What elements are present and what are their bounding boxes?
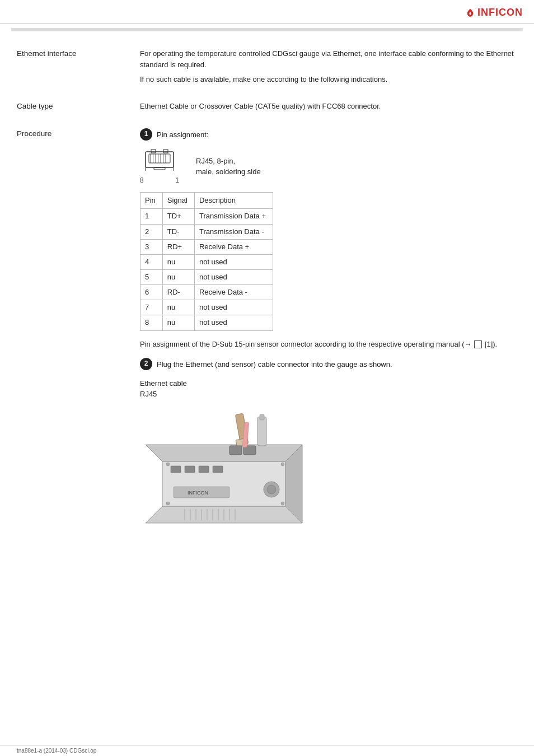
pin-table-header-row: Pin Signal Description — [140, 193, 273, 209]
ethernet-interface-content: For operating the temperature controlled… — [140, 48, 517, 85]
procedure-label: Procedure — [17, 128, 140, 138]
svg-text:INFICON: INFICON — [188, 490, 208, 496]
table-cell: nu — [162, 300, 194, 315]
page-footer: tna88e1-a (2014-03) CDGsci.op — [0, 745, 534, 756]
cable-type-section: Cable type Ethernet Cable or Crossover C… — [17, 101, 517, 112]
pin-note-end: [1]). — [483, 340, 497, 348]
rj45-diagram — [140, 147, 179, 174]
svg-rect-25 — [213, 466, 223, 473]
ethernet-text-1: For operating the temperature controlled… — [140, 48, 517, 71]
svg-point-27 — [281, 463, 284, 466]
svg-point-26 — [166, 463, 170, 466]
gauge-illustration: INFICON — [140, 405, 319, 551]
svg-rect-9 — [151, 150, 156, 153]
table-cell: not used — [194, 270, 273, 285]
cable-label-line1: Ethernet cable — [140, 378, 517, 389]
svg-point-28 — [166, 502, 170, 505]
table-row: 4nunot used — [140, 254, 273, 269]
svg-point-29 — [281, 502, 284, 505]
footer-text: tna88e1-a (2014-03) CDGsci.op — [17, 748, 96, 754]
table-cell: nu — [162, 315, 194, 330]
table-row: 8nunot used — [140, 315, 273, 330]
main-content: Ethernet interface For operating the tem… — [0, 31, 534, 587]
table-cell: 4 — [140, 254, 163, 269]
svg-rect-42 — [229, 446, 242, 455]
table-cell: nu — [162, 270, 194, 285]
table-cell: Receive Data + — [194, 239, 273, 254]
ref-box — [474, 340, 482, 348]
pin-note-text: Pin assignment of the D-Sub 15-pin senso… — [140, 340, 474, 348]
procedure-content: 1 Pin assignment: — [140, 128, 517, 554]
connector-desc-line2: male, soldering side — [196, 166, 261, 178]
table-cell: not used — [194, 254, 273, 269]
step-1-text: Pin assignment: — [157, 128, 209, 141]
cable-label-line2: RJ45 — [140, 389, 517, 400]
table-row: 1TD+Transmission Data + — [140, 209, 273, 224]
description-col-header: Description — [194, 193, 273, 209]
ethernet-text-2: If no such cable is available, make one … — [140, 74, 517, 85]
cable-label: Ethernet cable RJ45 — [140, 378, 517, 400]
table-cell: not used — [194, 300, 273, 315]
pin-note: Pin assignment of the D-Sub 15-pin senso… — [140, 339, 517, 350]
page-header: INFICON — [0, 0, 534, 24]
signal-col-header: Signal — [162, 193, 194, 209]
table-cell: not used — [194, 315, 273, 330]
cable-type-label: Cable type — [17, 101, 140, 110]
logo-text: INFICON — [477, 7, 523, 18]
table-row: 7nunot used — [140, 300, 273, 315]
connector-label-1: 1 — [175, 175, 179, 186]
ethernet-interface-label: Ethernet interface — [17, 48, 140, 58]
table-cell: 1 — [140, 209, 163, 224]
connector-svg: 8 1 — [140, 147, 179, 186]
table-cell: 2 — [140, 224, 163, 239]
table-row: 6RD-Receive Data - — [140, 285, 273, 300]
table-row: 5nunot used — [140, 270, 273, 285]
svg-rect-45 — [257, 417, 266, 446]
cable-type-text: Ethernet Cable or Crossover Cable (CAT5e… — [140, 101, 517, 112]
step-1-row: 1 Pin assignment: — [140, 128, 517, 141]
table-cell: TD+ — [162, 209, 194, 224]
table-cell: 3 — [140, 239, 163, 254]
step-2-row: 2 Plug the Ethernet (and sensor) cable c… — [140, 358, 517, 370]
table-cell: Transmission Data - — [194, 224, 273, 239]
table-cell: TD- — [162, 224, 194, 239]
table-cell: Receive Data - — [194, 285, 273, 300]
svg-rect-1 — [149, 154, 170, 163]
table-cell: RD+ — [162, 239, 194, 254]
table-cell: 6 — [140, 285, 163, 300]
svg-rect-10 — [163, 150, 168, 153]
table-row: 2TD-Transmission Data - — [140, 224, 273, 239]
connector-diagram: 8 1 RJ45, 8-pin, male, soldering side — [140, 147, 517, 186]
step-2-circle: 2 — [140, 358, 152, 370]
svg-rect-24 — [199, 466, 209, 473]
step-2-text: Plug the Ethernet (and sensor) cable con… — [157, 358, 392, 370]
pin-table-body: 1TD+Transmission Data +2TD-Transmission … — [140, 209, 273, 330]
svg-point-21 — [267, 485, 276, 494]
connector-label-row: 8 1 — [140, 175, 179, 186]
pin-table: Pin Signal Description 1TD+Transmission … — [140, 192, 273, 330]
table-cell: RD- — [162, 285, 194, 300]
table-cell: 5 — [140, 270, 163, 285]
connector-description: RJ45, 8-pin, male, soldering side — [196, 156, 261, 178]
svg-rect-46 — [260, 414, 264, 420]
connector-desc-line1: RJ45, 8-pin, — [196, 156, 261, 167]
svg-marker-16 — [146, 445, 302, 461]
pin-col-header: Pin — [140, 193, 163, 209]
cable-type-content: Ethernet Cable or Crossover Cable (CAT5e… — [140, 101, 517, 112]
cable-image-area: Ethernet cable RJ45 — [140, 378, 517, 554]
table-cell: 7 — [140, 300, 163, 315]
table-cell: Transmission Data + — [194, 209, 273, 224]
connector-label-8: 8 — [140, 175, 144, 186]
step-1-circle: 1 — [140, 128, 152, 141]
table-cell: 8 — [140, 315, 163, 330]
table-row: 3RD+Receive Data + — [140, 239, 273, 254]
svg-rect-23 — [185, 466, 195, 473]
svg-rect-22 — [171, 466, 181, 473]
table-cell: nu — [162, 254, 194, 269]
logo: INFICON — [465, 7, 523, 18]
inficon-logo-icon — [465, 8, 475, 18]
ethernet-interface-section: Ethernet interface For operating the tem… — [17, 48, 517, 85]
procedure-section: Procedure 1 Pin assignment: — [17, 128, 517, 554]
